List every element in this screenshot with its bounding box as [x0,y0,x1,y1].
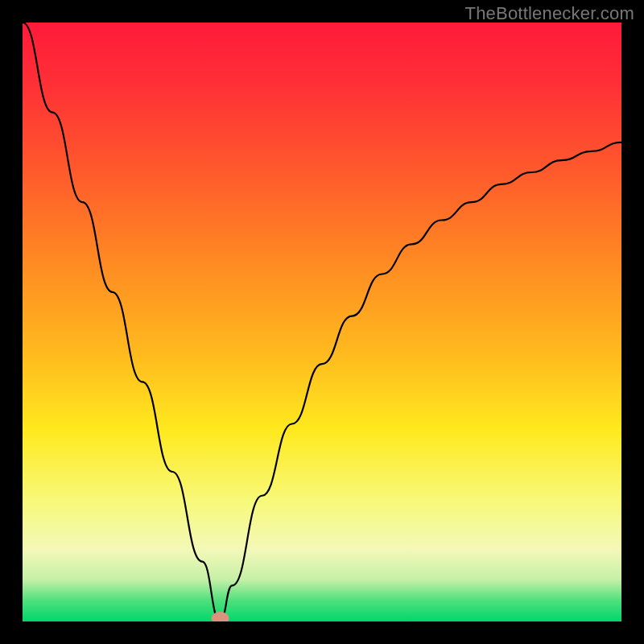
chart-frame [23,23,621,621]
bottleneck-chart [23,23,621,621]
gradient-background [23,23,621,621]
attribution-label: TheBottlenecker.com [465,3,634,24]
